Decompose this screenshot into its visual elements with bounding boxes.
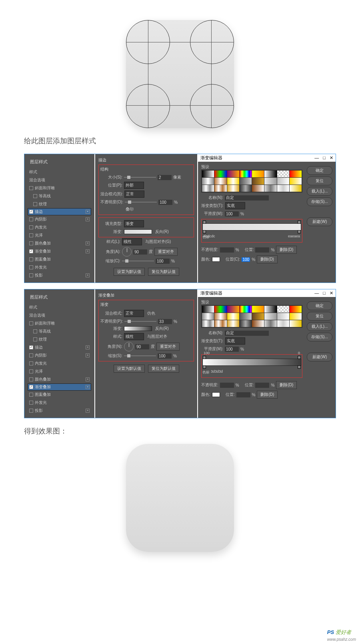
new-button[interactable]: 新建(W) <box>307 217 332 226</box>
style-outer-glow[interactable]: 外发光 <box>28 263 91 271</box>
style-drop-shadow[interactable]: 投影+ <box>28 407 91 415</box>
size-input[interactable] <box>158 175 172 180</box>
style-bevel[interactable]: 斜面和浮雕 <box>28 319 91 327</box>
style-color-overlay[interactable]: 颜色叠加+ <box>28 375 91 383</box>
style-contour[interactable]: 等高线 <box>28 327 91 335</box>
cancel-button[interactable]: 复位 <box>307 177 332 185</box>
blend-select[interactable]: 正常 <box>124 191 144 198</box>
style-satin[interactable]: 光泽 <box>28 367 91 375</box>
minimize-icon[interactable]: — <box>314 155 319 160</box>
style-inner-shadow[interactable]: 内阴影+ <box>28 351 91 359</box>
stroke-title: 描边 <box>98 157 194 163</box>
style-outer-glow[interactable]: 外发光 <box>28 399 91 407</box>
style-color-overlay[interactable]: 颜色叠加+ <box>28 239 91 247</box>
style-gradient-overlay[interactable]: 渐变叠加+ <box>28 383 91 391</box>
blend-select[interactable]: 正常 <box>124 310 144 317</box>
gradient-bar[interactable]: dcdcdc eaeaea <box>202 223 301 231</box>
ok-button[interactable]: 确定 <box>307 301 332 310</box>
cancel-button[interactable]: 复位 <box>307 312 332 321</box>
style-pattern-overlay[interactable]: 图案叠加 <box>28 255 91 263</box>
styles-header[interactable]: 样式 <box>28 168 91 176</box>
fill-type-select[interactable]: 渐变 <box>124 220 144 227</box>
style-inner-glow[interactable]: 内发光 <box>28 223 91 231</box>
style-gradient-overlay[interactable]: 渐变叠加+ <box>28 247 91 255</box>
icon-preview-guides <box>24 20 336 128</box>
load-button[interactable]: 载入(L)... <box>307 187 332 196</box>
style-bevel[interactable]: 斜面和浮雕 <box>28 184 91 192</box>
editor-titlebar: 渐变编辑器 —□✕ <box>198 154 336 162</box>
style-stroke[interactable]: 描边+ <box>28 343 91 351</box>
blend-options[interactable]: 混合选项 <box>28 176 91 184</box>
layer-style-dialog-stroke: 图层样式 样式 混合选项 斜面和浮雕 等高线 纹理 描边+ 内阴影+ 内发光 光… <box>24 154 336 283</box>
gradient-presets[interactable] <box>201 305 302 328</box>
add-icon: + <box>86 210 90 214</box>
maximize-icon[interactable]: □ <box>323 291 326 296</box>
gradient-presets[interactable] <box>201 170 302 193</box>
reset-default-button[interactable]: 复位为默认值 <box>148 268 179 276</box>
style-inner-shadow[interactable]: 内阴影+ <box>28 215 91 223</box>
close-icon[interactable]: ✕ <box>330 291 333 296</box>
opacity-input[interactable] <box>158 200 172 205</box>
load-button[interactable]: 载入(L)... <box>307 322 332 331</box>
style-satin[interactable]: 光泽 <box>28 231 91 239</box>
gradient-preview[interactable] <box>124 326 152 331</box>
style-texture[interactable]: 纹理 <box>28 335 91 343</box>
style-pattern-overlay[interactable]: 图案叠加 <box>28 391 91 399</box>
style-select[interactable]: 线性 <box>122 238 142 245</box>
style-inner-glow[interactable]: 内发光 <box>28 359 91 367</box>
reset-align-button[interactable]: 重置对齐 <box>154 248 178 256</box>
style-texture[interactable]: 纹理 <box>28 200 91 208</box>
angle-dial[interactable] <box>122 247 132 257</box>
icon-preview-result <box>24 444 336 552</box>
dialog-title: 图层样式 <box>28 157 91 167</box>
minimize-icon[interactable]: — <box>314 291 319 296</box>
position-select[interactable]: 外部 <box>124 182 144 189</box>
gradient-bar[interactable]: 100 0 3d3d3d <box>202 359 301 366</box>
type-select[interactable]: 实底 <box>225 202 245 209</box>
layer-style-dialog-gradient: 图层样式 样式 混合选项 斜面和浮雕 等高线 纹理 描边+ 内阴影+ 内发光 光… <box>24 289 336 418</box>
caption-2: 得到效果图： <box>24 426 336 436</box>
close-icon[interactable]: ✕ <box>330 155 333 160</box>
delete-button[interactable]: 删除(D) <box>276 246 297 254</box>
ok-button[interactable]: 确定 <box>307 166 332 175</box>
save-button[interactable]: 存储(S)... <box>307 197 332 206</box>
maximize-icon[interactable]: □ <box>323 155 326 160</box>
color-chip[interactable] <box>212 257 220 262</box>
style-stroke[interactable]: 描边+ <box>28 208 91 215</box>
name-input[interactable] <box>225 195 269 201</box>
caption-1: 给此图层添加图层样式 <box>24 136 336 146</box>
styles-header[interactable]: 样式 <box>28 303 91 311</box>
style-drop-shadow[interactable]: 投影+ <box>28 271 91 279</box>
opacity-input[interactable] <box>158 319 172 324</box>
save-button[interactable]: 存储(S)... <box>307 333 332 341</box>
blend-options[interactable]: 混合选项 <box>28 311 91 319</box>
gradient-preview[interactable] <box>124 229 152 234</box>
new-button[interactable]: 新建(W) <box>307 353 332 361</box>
style-contour[interactable]: 等高线 <box>28 192 91 200</box>
make-default-button[interactable]: 设置为默认值 <box>114 268 145 276</box>
